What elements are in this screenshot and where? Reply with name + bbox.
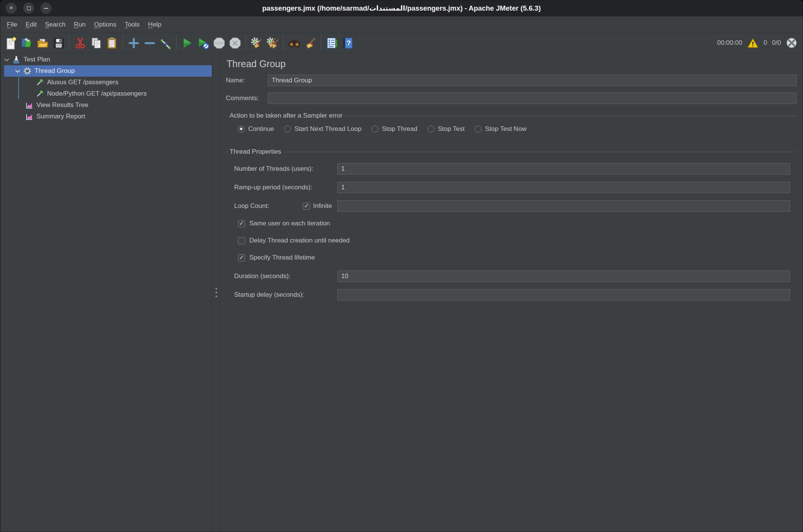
warning-icon[interactable] [747, 38, 759, 48]
menu-options[interactable]: Options [90, 19, 121, 30]
test-timer: 00:00:00 [717, 39, 742, 47]
menu-file[interactable]: File [3, 19, 21, 30]
name-input[interactable] [268, 75, 797, 86]
test-plan-tree: Test Plan Thread Group Alusus GET /passe… [0, 54, 212, 532]
expand-all-button[interactable] [126, 35, 142, 51]
radio-continue[interactable]: Continue [238, 125, 274, 133]
test-plan-icon [12, 55, 21, 64]
close-button[interactable]: × [6, 3, 17, 14]
radio-start-next-thread-loop[interactable]: Start Next Thread Loop [284, 125, 361, 133]
radio-button-icon [428, 126, 435, 132]
menu-tools[interactable]: Tools [120, 19, 144, 30]
minus-icon [143, 36, 156, 50]
cut-button[interactable] [72, 35, 88, 51]
radio-stop-test-now[interactable]: Stop Test Now [475, 125, 526, 133]
tree-item-test-plan[interactable]: Test Plan [1, 54, 212, 65]
window-controls: × [6, 3, 52, 14]
panel-splitter[interactable] [212, 54, 220, 532]
radio-stop-test[interactable]: Stop Test [428, 125, 465, 133]
menu-bar: File Edit Search Run Options Tools Help [0, 16, 803, 33]
stop-icon: STOP [213, 36, 226, 50]
new-button[interactable] [3, 35, 19, 51]
help-icon: ? [341, 36, 354, 50]
tree-guide-line [18, 77, 19, 99]
loop-count-label: Loop Count: [234, 202, 269, 210]
duration-input[interactable] [337, 271, 790, 282]
collapse-all-button[interactable] [142, 35, 157, 51]
infinite-checkbox-group[interactable]: Infinite [303, 202, 332, 210]
shutdown-button[interactable] [227, 35, 243, 51]
stop-button[interactable]: STOP [211, 35, 227, 51]
startup-delay-input[interactable] [337, 289, 790, 301]
cut-icon [74, 36, 87, 50]
radio-button-icon [372, 126, 378, 132]
shutdown-icon [228, 36, 242, 50]
close-icon: × [9, 5, 13, 11]
same-user-label: Same user on each iteration [249, 220, 330, 227]
loop-count-input[interactable] [337, 200, 790, 212]
http-sampler-icon [35, 89, 44, 98]
help-button[interactable]: ? [340, 35, 356, 51]
save-button[interactable] [50, 35, 66, 51]
thread-lifetime-checkbox[interactable] [238, 254, 245, 261]
toolbar-separator [123, 35, 123, 50]
minimize-icon [44, 8, 48, 9]
toggle-button[interactable] [157, 35, 173, 51]
tree-item-thread-group[interactable]: Thread Group [4, 65, 212, 77]
tree-item-label: Test Plan [24, 56, 50, 63]
templates-button[interactable] [19, 35, 35, 51]
tree-item-summary-report[interactable]: Summary Report [1, 111, 212, 122]
chevron-down-icon[interactable] [4, 57, 9, 61]
name-label: Name: [226, 77, 268, 84]
tree-item-sampler-alusus[interactable]: Alusus GET /passengers [1, 77, 212, 88]
menu-edit[interactable]: Edit [21, 19, 41, 30]
start-no-pauses-button[interactable] [195, 35, 211, 51]
templates-icon [20, 36, 33, 50]
menu-run[interactable]: Run [70, 19, 90, 30]
num-threads-input[interactable] [337, 163, 790, 175]
same-user-row[interactable]: Same user on each iteration [238, 218, 803, 229]
paste-button[interactable] [104, 35, 120, 51]
thread-lifetime-row[interactable]: Specify Thread lifetime [238, 252, 803, 263]
comments-input[interactable] [268, 93, 797, 104]
binoculars-icon [288, 36, 301, 50]
startup-delay-label: Startup delay (seconds): [234, 291, 337, 299]
search-button[interactable] [286, 35, 302, 51]
tree-item-sampler-node-python[interactable]: Node/Python GET /api/passengers [1, 88, 212, 99]
error-action-title: Action to be taken after a Sampler error [228, 112, 345, 120]
svg-text:STOP: STOP [215, 41, 224, 45]
function-helper-button[interactable] [324, 35, 340, 51]
open-button[interactable] [35, 35, 50, 51]
radio-button-icon [475, 126, 482, 132]
copy-button[interactable] [88, 35, 104, 51]
error-action-group: Action to be taken after a Sampler error [226, 112, 803, 120]
infinite-checkbox[interactable] [303, 203, 310, 210]
delay-thread-row[interactable]: Delay Thread creation until needed [238, 235, 803, 246]
maximize-icon [27, 6, 31, 10]
error-action-options: Continue Start Next Thread Loop Stop Thr… [238, 125, 803, 133]
radio-stop-thread[interactable]: Stop Thread [372, 125, 417, 133]
clear-icon [250, 36, 263, 50]
comments-label: Comments: [226, 94, 268, 102]
menu-help[interactable]: Help [144, 19, 165, 30]
status-globe-icon [786, 37, 797, 49]
plus-icon [127, 36, 140, 50]
clear-button[interactable] [249, 35, 265, 51]
toolbar-separator [69, 35, 69, 50]
tree-item-view-results-tree[interactable]: View Results Tree [1, 99, 212, 111]
start-button[interactable] [179, 35, 195, 51]
toolbar-separator [176, 35, 176, 50]
tree-item-label: View Results Tree [36, 101, 88, 109]
delay-thread-checkbox[interactable] [238, 237, 245, 244]
tree-item-label: Alusus GET /passengers [47, 79, 118, 86]
maximize-button[interactable] [23, 3, 34, 14]
ramp-up-input[interactable] [337, 182, 790, 193]
chevron-down-icon[interactable] [15, 68, 20, 73]
delay-thread-label: Delay Thread creation until needed [249, 237, 350, 244]
minimize-button[interactable] [41, 3, 52, 14]
thread-lifetime-label: Specify Thread lifetime [249, 254, 315, 261]
search-reset-button[interactable] [302, 35, 318, 51]
menu-search[interactable]: Search [41, 19, 70, 30]
clear-all-button[interactable] [265, 35, 280, 51]
same-user-checkbox[interactable] [238, 220, 245, 227]
